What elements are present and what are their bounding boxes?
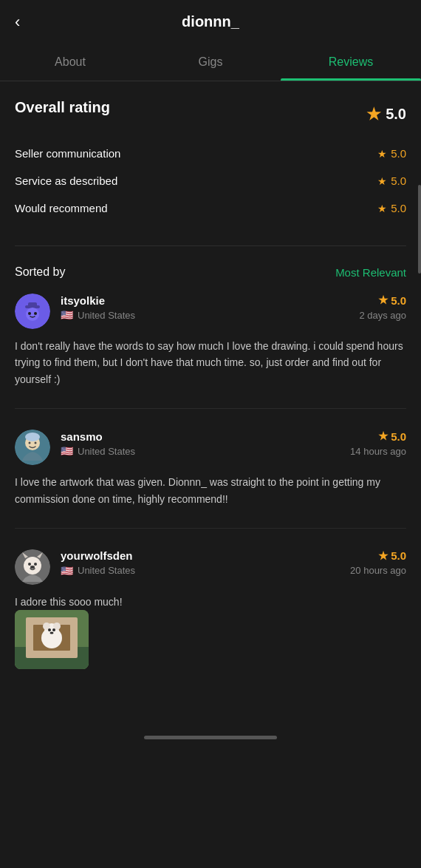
reviewer-location-2: 🇺🇸 United States 14 hours ago: [61, 445, 406, 457]
reviewer-name-1: itsyolkie: [61, 294, 105, 307]
star-icon-r3: ★: [378, 549, 388, 563]
sansmo-avatar-icon: [15, 430, 50, 465]
avatar-circle-yourwolfsden: [15, 549, 50, 585]
sorted-by-label: Sorted by: [15, 265, 65, 279]
svg-point-26: [48, 628, 51, 631]
flag-r3: 🇺🇸: [61, 565, 73, 577]
metric-label-recommend: Would recommend: [15, 202, 108, 214]
time-r3: 20 hours ago: [350, 565, 406, 576]
svg-point-9: [29, 442, 31, 444]
review-text-2: I love the artwork that was given. Dionn…: [15, 474, 406, 507]
review-card-sansmo: sansmo ★ 5.0 🇺🇸 United States 14 hours a…: [15, 430, 406, 529]
avatar-circle-sansmo: [15, 430, 50, 465]
review-image-svg: [15, 610, 89, 669]
tab-gigs[interactable]: Gigs: [140, 44, 281, 81]
review-header-3: yourwolfsden ★ 5.0 🇺🇸 United States 20 h…: [15, 549, 406, 585]
avatar-yourwolfsden: [15, 549, 50, 585]
review-header-1: itsyolkie ★ 5.0 🇺🇸 United States 2 days …: [15, 294, 406, 329]
country-r3: United States: [78, 565, 135, 576]
metric-label-communication: Seller communication: [15, 147, 120, 160]
back-button[interactable]: ‹: [15, 13, 20, 32]
svg-point-4: [28, 312, 31, 315]
overall-star-icon: ★: [366, 105, 381, 124]
metric-service-described: Service as described ★ 5.0: [15, 167, 406, 194]
avatar-circle-itsyolkie: [15, 294, 50, 329]
reviewer-rating-1: ★ 5.0: [378, 294, 406, 307]
star-icon-service: ★: [377, 175, 387, 187]
avatar-sansmo: [15, 430, 50, 465]
review-text-3: I adore this sooo much!: [15, 594, 406, 610]
header: ‹ dionnn_: [0, 0, 421, 44]
main-content: Overall rating ★ 5.0 Seller communicatio…: [0, 81, 421, 728]
yourwolfsden-avatar-icon: [15, 549, 50, 585]
review-card-itsyolkie: itsyolkie ★ 5.0 🇺🇸 United States 2 days …: [15, 294, 406, 409]
overall-rating-title: Overall rating: [15, 99, 110, 116]
reviewer-rating-2: ★ 5.0: [378, 430, 406, 443]
reviewer-location-1: 🇺🇸 United States 2 days ago: [61, 309, 406, 321]
rating-metrics: Seller communication ★ 5.0 Service as de…: [15, 140, 406, 222]
reviewer-location-3: 🇺🇸 United States 20 hours ago: [61, 565, 406, 577]
sort-value[interactable]: Most Relevant: [335, 266, 406, 279]
reviewer-info-1: itsyolkie ★ 5.0 🇺🇸 United States 2 days …: [61, 294, 406, 321]
svg-point-5: [34, 312, 37, 315]
svg-point-16: [34, 563, 37, 566]
metric-score-communication: ★ 5.0: [377, 147, 406, 160]
star-icon-communication: ★: [377, 148, 387, 160]
metric-score-recommend: ★ 5.0: [377, 202, 406, 214]
star-icon-r2: ★: [378, 430, 388, 443]
reviewer-info-2: sansmo ★ 5.0 🇺🇸 United States 14 hours a…: [61, 430, 406, 457]
svg-rect-2: [28, 302, 37, 307]
tab-reviews[interactable]: Reviews: [281, 44, 421, 81]
reviewer-name-row-1: itsyolkie ★ 5.0: [61, 294, 406, 307]
reviewer-name-row-3: yourwolfsden ★ 5.0: [61, 549, 406, 563]
reviewer-name-row-2: sansmo ★ 5.0: [61, 430, 406, 443]
country-r1: United States: [78, 310, 135, 321]
flag-r1: 🇺🇸: [61, 309, 73, 321]
reviewer-info-3: yourwolfsden ★ 5.0 🇺🇸 United States 20 h…: [61, 549, 406, 577]
svg-point-15: [28, 563, 31, 566]
country-r2: United States: [78, 446, 135, 457]
metric-seller-communication: Seller communication ★ 5.0: [15, 140, 406, 167]
reviewer-name-2: sansmo: [61, 430, 103, 443]
bottom-scrollbar: [144, 736, 277, 739]
star-icon-recommend: ★: [377, 203, 387, 214]
overall-score: ★ 5.0: [366, 105, 406, 124]
svg-point-8: [25, 433, 40, 441]
bottom-scrollbar-container: [0, 728, 421, 754]
review-image-yourwolfsden[interactable]: [15, 610, 89, 669]
metric-label-service: Service as described: [15, 174, 117, 187]
reviewer-rating-3: ★ 5.0: [378, 549, 406, 563]
overall-rating-section: Overall rating ★ 5.0 Seller communicatio…: [15, 99, 406, 222]
page-title: dionnn_: [182, 13, 239, 30]
section-divider: [15, 245, 406, 246]
sorted-by-row: Sorted by Most Relevant: [15, 252, 406, 294]
time-r1: 2 days ago: [359, 310, 406, 321]
svg-point-10: [35, 442, 37, 444]
time-r2: 14 hours ago: [350, 446, 406, 457]
review-header-2: sansmo ★ 5.0 🇺🇸 United States 14 hours a…: [15, 430, 406, 465]
metric-would-recommend: Would recommend ★ 5.0: [15, 194, 406, 222]
itsyolkie-avatar-icon: [19, 298, 46, 325]
review-text-1: I don't really have the words to say how…: [15, 338, 406, 387]
avatar-itsyolkie: [15, 294, 50, 329]
svg-point-28: [50, 632, 54, 634]
star-icon-r1: ★: [378, 294, 388, 307]
svg-point-27: [52, 628, 55, 631]
svg-point-17: [30, 566, 35, 569]
overall-score-value: 5.0: [386, 106, 406, 123]
svg-point-3: [26, 308, 39, 321]
metric-score-service: ★ 5.0: [377, 174, 406, 187]
tab-bar: About Gigs Reviews: [0, 44, 421, 81]
review-card-yourwolfsden: yourwolfsden ★ 5.0 🇺🇸 United States 20 h…: [15, 549, 406, 690]
tab-about[interactable]: About: [0, 44, 140, 81]
reviewer-name-3: yourwolfsden: [61, 549, 133, 562]
flag-r2: 🇺🇸: [61, 445, 73, 457]
